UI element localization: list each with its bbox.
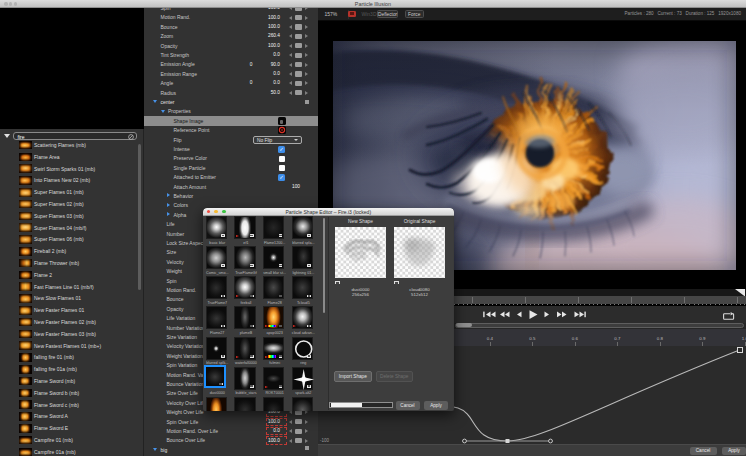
svg-text:-100: -100 (320, 438, 330, 443)
